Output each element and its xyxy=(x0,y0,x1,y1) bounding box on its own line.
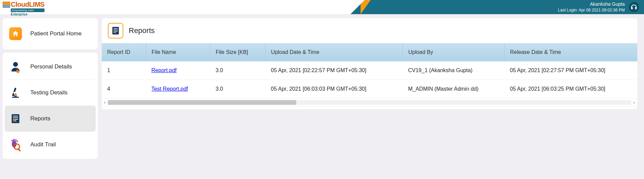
svg-rect-14 xyxy=(18,148,21,151)
scroll-left-icon[interactable]: ‹ xyxy=(102,100,107,105)
cell-file-size: 3.0 xyxy=(210,80,266,98)
page-header: Reports xyxy=(102,23,637,43)
col-report-id[interactable]: Report ID xyxy=(102,43,146,61)
cell-file-size: 3.0 xyxy=(210,61,266,80)
table-row[interactable]: 1 Report.pdf 3.0 05 Apr, 2021 [02:22:57 … xyxy=(102,61,637,80)
cell-file-name: Test Report.pdf xyxy=(146,80,210,98)
cell-upload-by: CV19_1 (Akanksha Gupta) xyxy=(403,61,504,80)
svg-point-12 xyxy=(17,141,18,142)
main: Patient Portal Home Personal Details Tes… xyxy=(0,14,644,159)
svg-rect-16 xyxy=(114,28,118,29)
content-card: Reports Report ID File Name File Size [K… xyxy=(102,18,637,109)
cell-file-name: Report.pdf xyxy=(146,61,210,80)
col-upload-datetime[interactable]: Upload Date & Time xyxy=(266,43,403,61)
table-row[interactable]: 4 Test Report.pdf 3.0 05 Apr, 2021 [06:0… xyxy=(102,80,637,98)
logo-edition: Enterprise xyxy=(11,12,44,16)
col-upload-by[interactable]: Upload By xyxy=(403,43,504,61)
cell-upload-by: M_ADMIN (Master Admin dd) xyxy=(403,80,504,98)
sidebar-item-testing-details[interactable]: Testing Details xyxy=(5,80,96,106)
app-header: CloudLIMS Empowering Labs Enterprise Aka… xyxy=(0,0,644,14)
reports-page-icon xyxy=(108,23,123,38)
microscope-icon xyxy=(8,85,23,100)
cell-report-id: 1 xyxy=(102,61,146,80)
reports-table: Report ID File Name File Size [KB] Uploa… xyxy=(102,43,637,107)
scroll-right-icon[interactable]: › xyxy=(632,100,637,105)
svg-rect-15 xyxy=(112,27,119,34)
col-release-datetime[interactable]: Release Date & Time xyxy=(504,43,637,61)
sidebar-item-personal-details[interactable]: Personal Details xyxy=(5,54,96,80)
svg-point-2 xyxy=(12,94,14,96)
svg-rect-3 xyxy=(12,114,20,123)
last-login: Last Login: Apr 08 2021 09:02:36 PM xyxy=(558,7,625,13)
sidebar-home-label: Patient Portal Home xyxy=(30,30,82,37)
svg-rect-4 xyxy=(13,116,18,116)
svg-point-11 xyxy=(15,139,17,141)
sidebar-nav-card: Personal Details Testing Details Reports xyxy=(3,53,98,159)
reports-icon xyxy=(8,111,23,126)
col-file-name[interactable]: File Name xyxy=(146,43,210,61)
header-right: Akanksha Gupta Last Login: Apr 08 2021 0… xyxy=(558,1,644,13)
scroll-track[interactable] xyxy=(108,100,631,105)
table-wrapper: Report ID File Name File Size [KB] Uploa… xyxy=(102,43,637,107)
horizontal-scrollbar[interactable]: ‹ › xyxy=(102,100,637,105)
logo-subtitle: Empowering Labs xyxy=(11,8,44,12)
person-icon xyxy=(8,59,23,74)
sidebar: Patient Portal Home Personal Details Tes… xyxy=(3,18,98,159)
scroll-thumb[interactable] xyxy=(108,100,296,105)
cell-upload-dt: 05 Apr, 2021 [02:22:57 PM GMT+05:30] xyxy=(266,61,403,80)
sidebar-label: Reports xyxy=(30,115,51,122)
home-icon xyxy=(8,26,23,41)
cell-release-dt: 05 Apr, 2021 [06:03:25 PM GMT+05:30] xyxy=(504,80,637,98)
svg-rect-1 xyxy=(13,88,17,92)
svg-point-10 xyxy=(13,139,14,140)
table-header-row: Report ID File Name File Size [KB] Uploa… xyxy=(102,43,637,61)
cell-release-dt: 05 Apr, 2021 [02:27:57 PM GMT+05:30] xyxy=(504,61,637,80)
footprint-icon xyxy=(8,137,23,152)
svg-point-9 xyxy=(11,140,13,141)
sidebar-label: Testing Details xyxy=(30,89,68,96)
svg-point-0 xyxy=(13,62,18,67)
logo-icon xyxy=(3,2,10,8)
header-accent xyxy=(361,0,377,14)
sidebar-home-card: Patient Portal Home xyxy=(3,18,98,49)
sidebar-label: Audit Trail xyxy=(30,141,56,148)
content: Reports Report ID File Name File Size [K… xyxy=(102,18,644,159)
svg-rect-5 xyxy=(13,117,18,118)
cell-upload-dt: 05 Apr, 2021 [06:03:03 PM GMT+05:30] xyxy=(266,80,403,98)
cell-report-id: 4 xyxy=(102,80,146,98)
logo-text: CloudLIMS xyxy=(11,1,44,8)
col-file-size[interactable]: File Size [KB] xyxy=(210,43,266,61)
sidebar-item-reports[interactable]: Reports xyxy=(5,106,96,131)
file-link[interactable]: Test Report.pdf xyxy=(151,86,188,92)
page-title: Reports xyxy=(129,26,155,35)
sidebar-label: Personal Details xyxy=(30,63,72,70)
user-info: Akanksha Gupta Last Login: Apr 08 2021 0… xyxy=(558,1,625,13)
logo[interactable]: CloudLIMS Empowering Labs Enterprise xyxy=(3,0,44,16)
file-link[interactable]: Report.pdf xyxy=(151,67,177,73)
sidebar-item-audit-trail[interactable]: Audit Trail xyxy=(5,132,96,157)
header-left: CloudLIMS Empowering Labs Enterprise xyxy=(0,0,350,14)
sidebar-item-home[interactable]: Patient Portal Home xyxy=(5,20,96,48)
user-name: Akanksha Gupta xyxy=(558,1,625,8)
support-icon[interactable] xyxy=(629,2,639,12)
svg-rect-17 xyxy=(114,30,118,30)
hscroll-row: ‹ › xyxy=(102,98,637,107)
